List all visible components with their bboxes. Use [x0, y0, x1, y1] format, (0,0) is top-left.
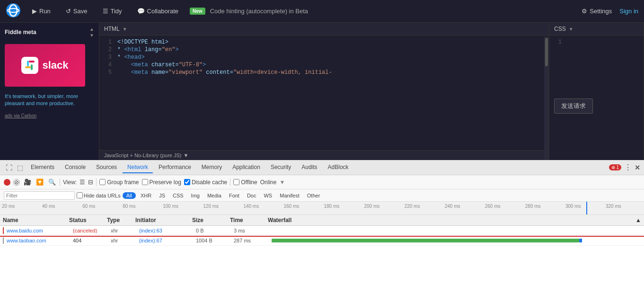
css-line-1: 1 — [549, 38, 644, 46]
error-badge: ⊗ 1 — [609, 164, 621, 170]
col-type-header: Type — [107, 217, 135, 223]
code-line-3: 3 * <head> — [99, 54, 549, 61]
hide-data-urls-checkbox[interactable] — [77, 192, 83, 198]
filter-all-button[interactable]: All — [123, 192, 136, 199]
html-scrollbar[interactable] — [544, 37, 549, 160]
sidebar-meta: Fiddle meta ▲ ▼ — [0, 23, 99, 42]
run-button[interactable]: ▶ Run — [28, 6, 54, 17]
tab-console[interactable]: Console — [60, 162, 90, 173]
row-time-baidu: 3 ms — [234, 228, 272, 233]
timeline-mark: 100 ms — [161, 204, 201, 209]
separator-2 — [96, 179, 97, 186]
row-initiator-taobao[interactable]: (index):67 — [139, 238, 196, 243]
offline-label[interactable]: Offline — [233, 179, 257, 186]
group-frame-checkbox[interactable] — [99, 179, 106, 185]
devtools-close-icon[interactable]: ✕ — [635, 164, 640, 171]
css-editor[interactable]: CSS ▼ 1 发送请求 — [549, 23, 644, 160]
filter-font-button[interactable]: Font — [226, 192, 242, 199]
throttle-dropdown-icon[interactable]: ▼ — [279, 179, 285, 186]
devtools-cursor-icon[interactable]: ⛶ — [4, 163, 14, 172]
tidy-icon: ☰ — [103, 8, 108, 15]
sidebar: Fiddle meta ▲ ▼ slack It's teamwork, but… — [0, 23, 99, 160]
devtools-responsive-icon[interactable]: ⬚ — [15, 163, 25, 172]
tab-memory[interactable]: Memory — [197, 162, 227, 173]
css-code-area[interactable]: 1 — [549, 36, 644, 49]
code-line-2: 2 * <html lang="en"> — [99, 46, 549, 54]
view-list-icon[interactable]: ☰ — [79, 179, 85, 186]
row-type-taobao: xhr — [111, 238, 139, 243]
devtools-menu-icon[interactable]: ⋮ — [624, 163, 632, 172]
tab-sources[interactable]: Sources — [91, 162, 122, 173]
group-frame-label[interactable]: Group frame — [99, 179, 139, 186]
filter-css-button[interactable]: CSS — [170, 192, 186, 199]
tab-application[interactable]: Application — [228, 162, 265, 173]
waterfall-sort-icon[interactable]: ▲ — [635, 217, 641, 223]
network-toolbar: ⊘ 🎥 🔽 🔍 View: ☰ ⊟ Group frame Preserve l… — [0, 175, 644, 189]
tab-performance[interactable]: Performance — [154, 162, 196, 173]
filter-media-button[interactable]: Media — [204, 192, 224, 199]
svg-rect-6 — [29, 61, 35, 63]
timeline-mark: 200 ms — [362, 204, 403, 209]
tab-network[interactable]: Network — [123, 162, 153, 173]
row-size-taobao: 1004 B — [196, 238, 234, 243]
js-selector-dropdown[interactable]: ▼ — [184, 152, 189, 158]
scroll-up-icon[interactable]: ▲ — [89, 27, 94, 32]
html-editor[interactable]: HTML ▼ 1 <!DOCTYPE html> 2 * <html lang=… — [99, 23, 549, 160]
view-grid-icon[interactable]: ⊟ — [88, 179, 93, 186]
row-type-baidu: xhr — [111, 228, 139, 233]
timeline-mark: 160 ms — [282, 204, 322, 209]
devtools: ⛶ ⬚ Elements Console Sources Network Per… — [0, 160, 644, 295]
filter-other-button[interactable]: Other — [304, 192, 323, 199]
timeline-mark: 180 ms — [322, 204, 362, 209]
scroll-down-icon[interactable]: ▼ — [89, 33, 94, 38]
search-icon[interactable]: 🔍 — [47, 178, 57, 187]
disable-cache-label[interactable]: Disable cache — [184, 179, 227, 186]
timeline-mark: 260 ms — [483, 204, 523, 209]
preserve-log-checkbox[interactable] — [142, 179, 148, 185]
filter-doc-button[interactable]: Doc — [244, 192, 259, 199]
filter-img-button[interactable]: Img — [188, 192, 203, 199]
record-button[interactable] — [4, 179, 10, 186]
filter-icon[interactable]: 🔽 — [35, 178, 44, 187]
separator-1 — [60, 179, 60, 186]
topbar-right: ⚙ Settings Sign in — [582, 8, 638, 15]
row-name-taobao[interactable]: www.taobao.com — [7, 238, 73, 243]
filter-manifest-button[interactable]: Manifest — [277, 192, 302, 199]
table-row[interactable]: www.baidu.com (canceled) xhr (index):63 … — [0, 226, 644, 236]
row-status-baidu: (canceled) — [73, 228, 111, 233]
html-code-area[interactable]: 1 <!DOCTYPE html> 2 * <html lang="en"> 3… — [99, 36, 549, 79]
table-row[interactable]: www.taobao.com 404 xhr (index):67 1004 B… — [0, 236, 644, 246]
row-size-baidu: 0 B — [196, 228, 234, 233]
preserve-log-label[interactable]: Preserve log — [142, 179, 181, 186]
hide-data-urls-label[interactable]: Hide data URLs — [77, 192, 121, 198]
carbon-link[interactable]: ads via Carbon — [0, 111, 99, 120]
disable-cache-checkbox[interactable] — [184, 179, 190, 185]
send-request-button[interactable]: 发送请求 — [554, 98, 593, 114]
filter-js-button[interactable]: JS — [156, 192, 168, 199]
camera-icon[interactable]: 🎥 — [23, 178, 32, 187]
offline-checkbox[interactable] — [233, 179, 239, 185]
tab-elements[interactable]: Elements — [26, 162, 59, 173]
html-editor-header: HTML ▼ — [99, 23, 549, 36]
sidebar-tagline: It's teamwork, but simpler, more pleasan… — [0, 89, 99, 111]
run-icon: ▶ — [32, 8, 37, 15]
save-button[interactable]: ↺ Save — [62, 6, 91, 17]
tab-adblock[interactable]: AdBlock — [323, 162, 353, 173]
tab-audits[interactable]: Audits — [297, 162, 322, 173]
collaborate-button[interactable]: 💬 Collaborate — [133, 6, 183, 17]
stop-button[interactable]: ⊘ — [13, 179, 20, 186]
tidy-button[interactable]: ☰ Tidy — [99, 6, 126, 17]
settings-icon: ⚙ — [582, 8, 587, 15]
settings-button[interactable]: ⚙ Settings — [582, 8, 612, 15]
css-lang-dropdown[interactable]: ▼ — [569, 27, 573, 32]
filter-input[interactable] — [4, 191, 75, 200]
timeline-cursor — [586, 202, 587, 215]
row-initiator-baidu[interactable]: (index):63 — [139, 228, 196, 233]
filter-xhr-button[interactable]: XHR — [138, 192, 154, 199]
tab-security[interactable]: Security — [266, 162, 296, 173]
row-name-baidu[interactable]: www.baidu.com — [7, 228, 73, 233]
col-initiator-header: Initiator — [135, 217, 192, 223]
signin-button[interactable]: Sign in — [619, 8, 638, 15]
filter-ws-button[interactable]: WS — [261, 192, 275, 199]
html-lang-dropdown[interactable]: ▼ — [123, 27, 127, 32]
